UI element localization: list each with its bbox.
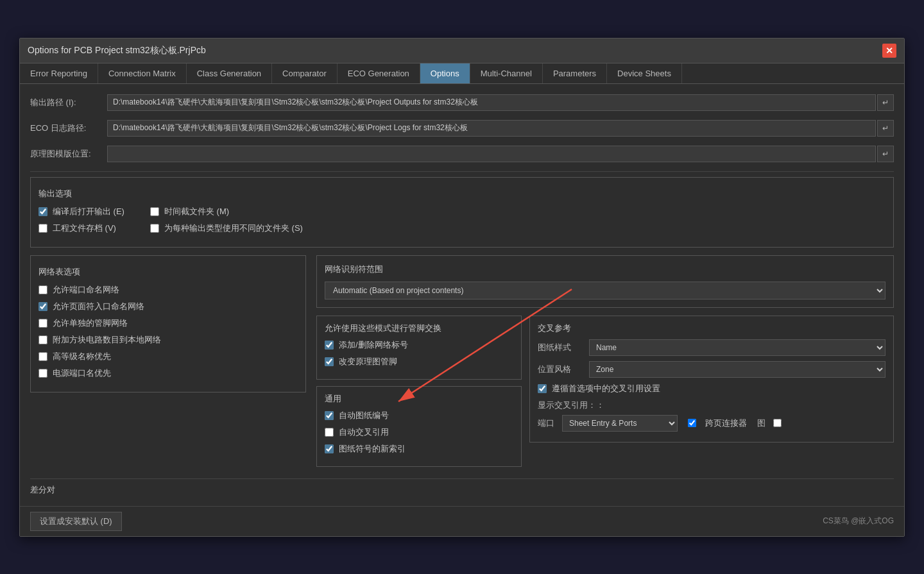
eco-log-input[interactable] [107,120,876,137]
net-label-5: 电源端口名优先 [53,367,111,379]
tab-class-generation[interactable]: Class Generation [187,63,272,83]
net-checkbox-2[interactable] [38,319,47,328]
pin-swap-item-0: 添加/删除网络标号 [325,339,513,351]
window-title: Options for PCB Project stm32核心板.PrjPcb [28,45,206,56]
style-row: 图纸样式 Name Number [538,339,886,356]
general-label-2: 图纸符号的新索引 [339,443,406,455]
port-row: 端口 Sheet Entry & Ports Ports Only Sheet … [538,415,886,432]
net-checkbox-3[interactable] [38,335,47,344]
pin-swap-checkbox-0[interactable] [325,341,334,350]
location-dropdown[interactable]: Zone Row-Column [589,361,886,378]
tab-bar: Error Reporting Connection Matrix Class … [20,63,904,84]
title-bar: Options for PCB Project stm32核心板.PrjPcb … [20,38,904,63]
schematic-template-browse-button[interactable]: ↵ [877,146,894,162]
tab-comparator[interactable]: Comparator [272,63,338,83]
schematic-template-label: 原理图模版位置: [30,148,107,160]
cross-ref-title: 交叉参考 [538,323,886,334]
timestamp-label: 时间截文件夹 (M) [164,206,229,217]
follow-prefs-label: 遵循首选项中的交叉引用设置 [552,383,660,394]
compile-open-checkbox[interactable] [38,207,47,216]
net-item-4: 高等级名称优先 [38,351,298,362]
timestamp-checkbox[interactable] [150,207,159,216]
compile-open-row: 编译后打开输出 (E) [38,206,124,217]
general-checkbox-1[interactable] [325,428,334,437]
net-checkbox-1[interactable] [38,302,47,311]
net-scope-section: 网络识别符范围 Automatic (Based on project cont… [316,255,894,308]
pin-swap-title: 允许使用这些模式进行管脚交换 [325,323,513,334]
diff-pair-title: 差分对 [30,485,55,494]
general-item-0: 自动图纸编号 [325,410,513,421]
style-label: 图纸样式 [538,342,583,353]
archive-label: 工程文件存档 (V) [53,223,116,234]
eco-log-row: ECO 日志路径: ↵ [30,120,894,137]
tab-options[interactable]: Options [420,63,470,83]
compile-open-label: 编译后打开输出 (E) [53,206,124,217]
net-label-0: 允许端口命名网络 [53,284,119,296]
set-default-button[interactable]: 设置成安装默认 (D) [30,512,122,531]
diff-pair-section: 差分对 [30,478,894,496]
net-scope-dropdown-row: Automatic (Based on project contents) Gl… [325,282,886,300]
diff-folders-checkbox[interactable] [150,224,159,233]
main-window: Options for PCB Project stm32核心板.PrjPcb … [19,38,905,537]
pin-swap-general: 允许使用这些模式进行管脚交换 添加/删除网络标号 改变原理图管脚 [316,316,522,473]
schematic-template-input[interactable] [107,146,876,162]
image-label: 图 [757,418,766,429]
tab-connection-matrix[interactable]: Connection Matrix [98,63,187,83]
general-label-1: 自动交叉引用 [339,426,389,438]
bottom-bar: 设置成安装默认 (D) CS菜鸟 @嵌入式OG [20,506,904,536]
pin-swap-checkbox-1[interactable] [325,357,334,366]
general-item-2: 图纸符号的新索引 [325,443,513,455]
follow-prefs-checkbox[interactable] [538,384,547,393]
output-options-title: 输出选项 [38,188,886,199]
pin-swap-label-0: 添加/删除网络标号 [339,339,408,351]
content-area: 输出路径 (I): ↵ ECO 日志路径: ↵ 原理图模版位置: ↵ 输出选项 [20,84,904,506]
net-label-2: 允许单独的管脚网络 [53,317,128,329]
output-options-section: 输出选项 编译后打开输出 (E) 工程文件存档 (V) 时间截文件夹 ( [30,177,894,248]
general-checkbox-2[interactable] [325,444,334,453]
close-button[interactable]: ✕ [882,44,896,58]
lower-right: 允许使用这些模式进行管脚交换 添加/删除网络标号 改变原理图管脚 [316,316,894,473]
archive-row: 工程文件存档 (V) [38,223,124,234]
net-table-section: 网络表选项 允许端口命名网络 允许页面符入口命名网络 允许单独的管脚网络 [30,255,306,393]
general-checkbox-0[interactable] [325,411,334,420]
pin-swap-section: 允许使用这些模式进行管脚交换 添加/删除网络标号 改变原理图管脚 [316,316,522,380]
net-table-title: 网络表选项 [38,266,298,278]
output-path-browse-button[interactable]: ↵ [877,94,894,111]
output-path-label: 输出路径 (I): [30,97,107,108]
tab-error-reporting[interactable]: Error Reporting [20,63,98,83]
eco-log-label: ECO 日志路径: [30,122,107,134]
right-column: 网络识别符范围 Automatic (Based on project cont… [316,255,894,473]
follow-prefs-row: 遵循首选项中的交叉引用设置 [538,383,886,394]
net-checkbox-0[interactable] [38,285,47,294]
general-section: 通用 自动图纸编号 自动交叉引用 图纸符号的新索引 [316,386,522,467]
style-dropdown[interactable]: Name Number [589,339,886,356]
left-column: 网络表选项 允许端口命名网络 允许页面符入口命名网络 允许单独的管脚网络 [30,255,306,473]
net-item-3: 附加方块电路数目到本地网络 [38,334,298,346]
net-scope-title: 网络识别符范围 [325,264,886,275]
net-checkbox-5[interactable] [38,369,47,378]
cross-connector-checkbox[interactable] [688,419,696,427]
output-path-row: 输出路径 (I): ↵ [30,94,894,111]
archive-checkbox[interactable] [38,224,47,233]
eco-log-browse-button[interactable]: ↵ [877,120,894,137]
net-checkbox-4[interactable] [38,352,47,361]
net-label-4: 高等级名称优先 [53,351,111,362]
tab-device-sheets[interactable]: Device Sheets [607,63,682,83]
net-item-5: 电源端口名优先 [38,367,298,379]
cross-ref-section: 交叉参考 图纸样式 Name Number 位置风格 [529,316,894,443]
net-scope-dropdown[interactable]: Automatic (Based on project contents) Gl… [325,282,886,300]
net-label-3: 附加方块电路数目到本地网络 [53,334,161,346]
output-path-input[interactable] [107,94,876,111]
diff-folders-row: 为每种输出类型使用不同的文件夹 (S) [150,223,303,234]
display-cross-ref-label: 显示交叉引用：： [538,400,886,411]
net-item-1: 允许页面符入口命名网络 [38,301,298,312]
tab-parameters[interactable]: Parameters [543,63,607,83]
port-dropdown[interactable]: Sheet Entry & Ports Ports Only Sheet Ent… [562,415,678,432]
image-checkbox[interactable] [773,419,782,427]
cross-ref-area: 交叉参考 图纸样式 Name Number 位置风格 [529,316,894,473]
tab-multi-channel[interactable]: Multi-Channel [470,63,543,83]
tab-eco-generation[interactable]: ECO Generation [338,63,420,83]
cross-connector-label: 跨页连接器 [705,418,747,429]
location-row: 位置风格 Zone Row-Column [538,361,886,378]
net-item-2: 允许单独的管脚网络 [38,317,298,329]
